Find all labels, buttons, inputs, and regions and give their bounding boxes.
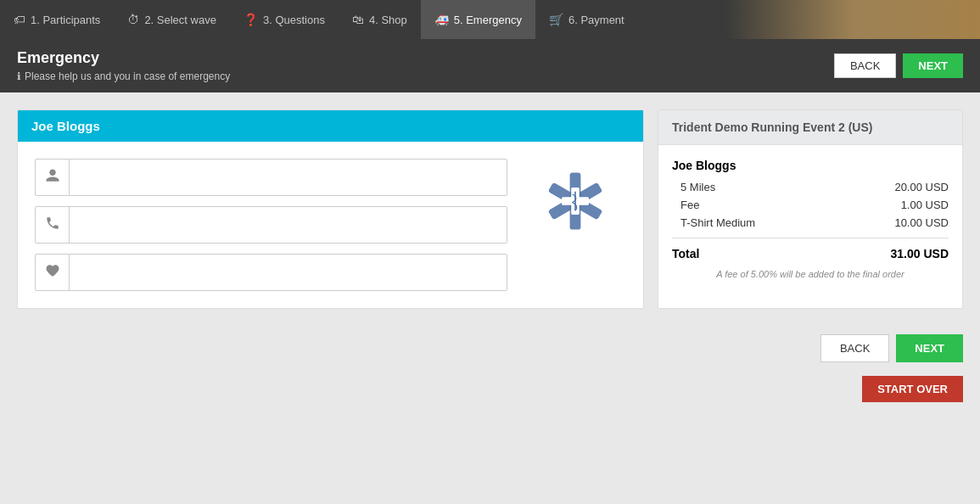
miles-label: 5 Miles: [672, 181, 715, 193]
header-buttons: BACK NEXT: [834, 53, 963, 78]
miles-amount: 20.00 USD: [894, 181, 949, 193]
phone-icon: [36, 207, 70, 243]
tab-participants[interactable]: 🏷 1. Participants: [0, 0, 114, 39]
form-fields: Jane Bloggs 021 123456789: [35, 159, 507, 291]
order-line-shirt: T-Shirt Medium 10.00 USD: [672, 216, 949, 229]
shirt-label: T-Shirt Medium: [672, 216, 755, 229]
order-total: Total 31.00 USD: [672, 247, 949, 260]
participant-header: Joe Bloggs: [18, 110, 643, 142]
back-button-bottom[interactable]: BACK: [820, 334, 889, 362]
tab-shop-label: 4. Shop: [369, 14, 407, 26]
page-title: Emergency: [17, 49, 233, 67]
participants-icon: 🏷: [14, 13, 25, 26]
order-line-fee: Fee 1.00 USD: [672, 199, 949, 211]
total-label: Total: [672, 247, 699, 260]
tab-shop[interactable]: 🛍 4. Shop: [339, 0, 421, 39]
person-icon: [36, 160, 70, 195]
shirt-amount: 10.00 USD: [894, 216, 949, 229]
wave-icon: ⏱: [127, 13, 139, 26]
fee-label: Fee: [672, 199, 699, 211]
tab-payment[interactable]: 🛒 6. Payment: [535, 0, 638, 39]
tab-questions[interactable]: ❓ 3. Questions: [230, 0, 339, 39]
tab-select-wave-label: 2. Select wave: [144, 14, 216, 26]
next-button-header[interactable]: NEXT: [903, 53, 963, 78]
page-header: Emergency ℹPlease help us and you in cas…: [0, 39, 980, 92]
contact-name-row: Jane Bloggs: [35, 159, 507, 196]
emergency-icon: 🚑: [434, 13, 449, 26]
event-name: Trident Demo Running Event 2 (US): [658, 110, 962, 145]
tab-emergency[interactable]: 🚑 5. Emergency: [421, 0, 535, 39]
order-content: Joe Bloggs 5 Miles 20.00 USD Fee 1.00 US…: [658, 145, 962, 293]
main-content: Joe Bloggs Jane Bloggs: [0, 92, 980, 326]
medical-star-icon: [541, 167, 609, 235]
participant-name: Joe Bloggs: [31, 119, 100, 133]
medical-star-area: [524, 159, 626, 244]
next-button-bottom[interactable]: NEXT: [896, 334, 963, 362]
tab-payment-label: 6. Payment: [568, 14, 624, 26]
tab-participants-label: 1. Participants: [31, 14, 100, 26]
start-over-area: START OVER: [0, 362, 980, 416]
bottom-buttons: BACK NEXT: [0, 326, 980, 362]
fee-note: A fee of 5.00% will be added to the fina…: [672, 269, 949, 279]
info-icon: ℹ: [17, 70, 21, 82]
medical-condition-input[interactable]: Asthma: [70, 257, 507, 288]
form-area: Jane Bloggs 021 123456789: [18, 142, 643, 308]
heartbeat-icon: [36, 255, 70, 290]
questions-icon: ❓: [244, 13, 258, 26]
contact-phone-input[interactable]: 021 123456789: [70, 210, 507, 240]
contact-phone-row: 021 123456789: [35, 206, 507, 244]
tab-questions-label: 3. Questions: [263, 14, 325, 26]
fee-amount: 1.00 USD: [901, 199, 949, 211]
contact-name-input[interactable]: Jane Bloggs: [70, 162, 507, 193]
medical-condition-row: Asthma: [35, 254, 507, 291]
payment-icon: 🛒: [549, 13, 563, 26]
order-divider: [672, 238, 949, 238]
right-panel: Trident Demo Running Event 2 (US) Joe Bl…: [658, 109, 963, 309]
total-amount: 31.00 USD: [891, 247, 949, 260]
order-participant-name: Joe Bloggs: [672, 159, 949, 172]
page-subtitle: ℹPlease help us and you in case of emerg…: [17, 70, 233, 82]
header-left: Emergency ℹPlease help us and you in cas…: [17, 49, 233, 82]
back-button-header[interactable]: BACK: [834, 53, 896, 78]
start-over-button[interactable]: START OVER: [862, 376, 963, 402]
shop-icon: 🛍: [352, 13, 364, 26]
tab-emergency-label: 5. Emergency: [454, 14, 522, 26]
tab-select-wave[interactable]: ⏱ 2. Select wave: [114, 0, 230, 39]
order-line-miles: 5 Miles 20.00 USD: [672, 181, 949, 193]
top-navigation: 🏷 1. Participants ⏱ 2. Select wave ❓ 3. …: [0, 0, 980, 39]
left-panel: Joe Bloggs Jane Bloggs: [17, 109, 644, 309]
